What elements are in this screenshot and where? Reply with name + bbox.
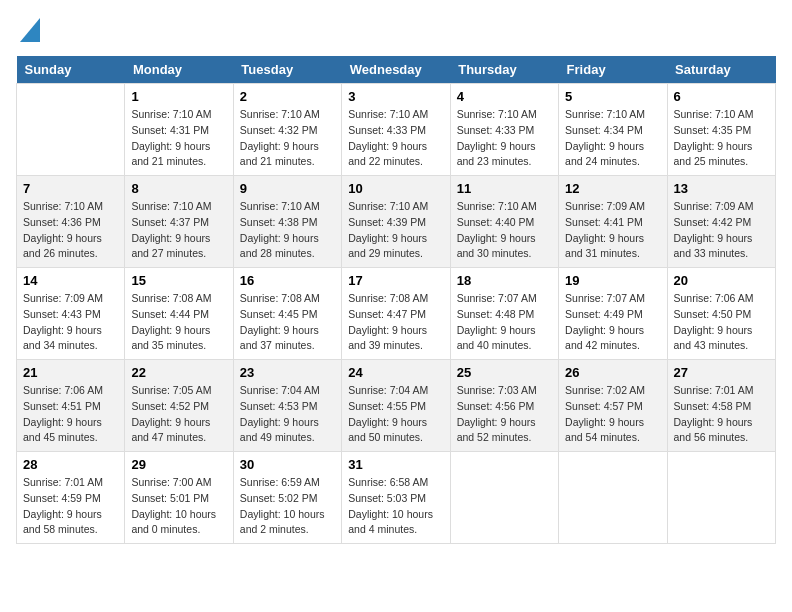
day-info: Sunrise: 7:10 AMSunset: 4:40 PMDaylight:… (457, 199, 552, 262)
day-number: 14 (23, 273, 118, 288)
calendar-cell: 7Sunrise: 7:10 AMSunset: 4:36 PMDaylight… (17, 176, 125, 268)
calendar-cell: 12Sunrise: 7:09 AMSunset: 4:41 PMDayligh… (559, 176, 667, 268)
calendar-table: SundayMondayTuesdayWednesdayThursdayFrid… (16, 56, 776, 544)
calendar-cell: 13Sunrise: 7:09 AMSunset: 4:42 PMDayligh… (667, 176, 775, 268)
day-info: Sunrise: 7:00 AMSunset: 5:01 PMDaylight:… (131, 475, 226, 538)
day-info: Sunrise: 7:04 AMSunset: 4:55 PMDaylight:… (348, 383, 443, 446)
day-number: 5 (565, 89, 660, 104)
calendar-cell: 4Sunrise: 7:10 AMSunset: 4:33 PMDaylight… (450, 84, 558, 176)
day-info: Sunrise: 7:10 AMSunset: 4:34 PMDaylight:… (565, 107, 660, 170)
day-of-week-header: Monday (125, 56, 233, 84)
logo-triangle-icon (20, 18, 40, 42)
calendar-cell: 30Sunrise: 6:59 AMSunset: 5:02 PMDayligh… (233, 452, 341, 544)
day-number: 29 (131, 457, 226, 472)
calendar-cell: 5Sunrise: 7:10 AMSunset: 4:34 PMDaylight… (559, 84, 667, 176)
calendar-cell: 28Sunrise: 7:01 AMSunset: 4:59 PMDayligh… (17, 452, 125, 544)
calendar-cell: 10Sunrise: 7:10 AMSunset: 4:39 PMDayligh… (342, 176, 450, 268)
day-info: Sunrise: 7:10 AMSunset: 4:31 PMDaylight:… (131, 107, 226, 170)
day-info: Sunrise: 7:06 AMSunset: 4:51 PMDaylight:… (23, 383, 118, 446)
day-number: 28 (23, 457, 118, 472)
calendar-cell: 8Sunrise: 7:10 AMSunset: 4:37 PMDaylight… (125, 176, 233, 268)
calendar-cell: 21Sunrise: 7:06 AMSunset: 4:51 PMDayligh… (17, 360, 125, 452)
day-of-week-header: Saturday (667, 56, 775, 84)
day-number: 27 (674, 365, 769, 380)
calendar-week-row: 1Sunrise: 7:10 AMSunset: 4:31 PMDaylight… (17, 84, 776, 176)
logo (16, 16, 40, 46)
day-of-week-header: Wednesday (342, 56, 450, 84)
day-number: 7 (23, 181, 118, 196)
day-info: Sunrise: 7:10 AMSunset: 4:33 PMDaylight:… (457, 107, 552, 170)
day-info: Sunrise: 7:10 AMSunset: 4:32 PMDaylight:… (240, 107, 335, 170)
day-info: Sunrise: 7:08 AMSunset: 4:45 PMDaylight:… (240, 291, 335, 354)
day-number: 16 (240, 273, 335, 288)
day-info: Sunrise: 7:08 AMSunset: 4:44 PMDaylight:… (131, 291, 226, 354)
day-number: 2 (240, 89, 335, 104)
day-number: 17 (348, 273, 443, 288)
calendar-cell (667, 452, 775, 544)
day-info: Sunrise: 7:05 AMSunset: 4:52 PMDaylight:… (131, 383, 226, 446)
day-info: Sunrise: 6:59 AMSunset: 5:02 PMDaylight:… (240, 475, 335, 538)
calendar-cell: 24Sunrise: 7:04 AMSunset: 4:55 PMDayligh… (342, 360, 450, 452)
calendar-cell: 25Sunrise: 7:03 AMSunset: 4:56 PMDayligh… (450, 360, 558, 452)
calendar-cell: 23Sunrise: 7:04 AMSunset: 4:53 PMDayligh… (233, 360, 341, 452)
day-number: 25 (457, 365, 552, 380)
day-number: 8 (131, 181, 226, 196)
day-of-week-header: Thursday (450, 56, 558, 84)
day-info: Sunrise: 7:10 AMSunset: 4:36 PMDaylight:… (23, 199, 118, 262)
day-number: 26 (565, 365, 660, 380)
day-of-week-header: Sunday (17, 56, 125, 84)
day-number: 3 (348, 89, 443, 104)
day-info: Sunrise: 7:04 AMSunset: 4:53 PMDaylight:… (240, 383, 335, 446)
day-info: Sunrise: 7:02 AMSunset: 4:57 PMDaylight:… (565, 383, 660, 446)
calendar-cell: 16Sunrise: 7:08 AMSunset: 4:45 PMDayligh… (233, 268, 341, 360)
calendar-cell: 15Sunrise: 7:08 AMSunset: 4:44 PMDayligh… (125, 268, 233, 360)
day-number: 21 (23, 365, 118, 380)
day-number: 22 (131, 365, 226, 380)
page-header (16, 16, 776, 46)
day-number: 15 (131, 273, 226, 288)
calendar-cell: 18Sunrise: 7:07 AMSunset: 4:48 PMDayligh… (450, 268, 558, 360)
day-number: 13 (674, 181, 769, 196)
calendar-cell (17, 84, 125, 176)
day-number: 4 (457, 89, 552, 104)
day-info: Sunrise: 7:10 AMSunset: 4:35 PMDaylight:… (674, 107, 769, 170)
calendar-cell: 1Sunrise: 7:10 AMSunset: 4:31 PMDaylight… (125, 84, 233, 176)
day-number: 20 (674, 273, 769, 288)
calendar-week-row: 28Sunrise: 7:01 AMSunset: 4:59 PMDayligh… (17, 452, 776, 544)
calendar-cell: 14Sunrise: 7:09 AMSunset: 4:43 PMDayligh… (17, 268, 125, 360)
day-info: Sunrise: 7:01 AMSunset: 4:59 PMDaylight:… (23, 475, 118, 538)
day-info: Sunrise: 7:09 AMSunset: 4:42 PMDaylight:… (674, 199, 769, 262)
day-number: 31 (348, 457, 443, 472)
day-number: 23 (240, 365, 335, 380)
day-info: Sunrise: 7:01 AMSunset: 4:58 PMDaylight:… (674, 383, 769, 446)
calendar-cell: 22Sunrise: 7:05 AMSunset: 4:52 PMDayligh… (125, 360, 233, 452)
calendar-cell (559, 452, 667, 544)
day-of-week-header: Friday (559, 56, 667, 84)
day-number: 9 (240, 181, 335, 196)
calendar-cell: 9Sunrise: 7:10 AMSunset: 4:38 PMDaylight… (233, 176, 341, 268)
calendar-cell: 20Sunrise: 7:06 AMSunset: 4:50 PMDayligh… (667, 268, 775, 360)
day-info: Sunrise: 7:06 AMSunset: 4:50 PMDaylight:… (674, 291, 769, 354)
day-number: 12 (565, 181, 660, 196)
day-info: Sunrise: 7:10 AMSunset: 4:38 PMDaylight:… (240, 199, 335, 262)
day-number: 30 (240, 457, 335, 472)
day-number: 10 (348, 181, 443, 196)
day-number: 19 (565, 273, 660, 288)
day-info: Sunrise: 7:10 AMSunset: 4:33 PMDaylight:… (348, 107, 443, 170)
calendar-cell: 19Sunrise: 7:07 AMSunset: 4:49 PMDayligh… (559, 268, 667, 360)
day-info: Sunrise: 7:03 AMSunset: 4:56 PMDaylight:… (457, 383, 552, 446)
day-info: Sunrise: 7:10 AMSunset: 4:37 PMDaylight:… (131, 199, 226, 262)
calendar-cell (450, 452, 558, 544)
calendar-cell: 29Sunrise: 7:00 AMSunset: 5:01 PMDayligh… (125, 452, 233, 544)
calendar-cell: 26Sunrise: 7:02 AMSunset: 4:57 PMDayligh… (559, 360, 667, 452)
day-number: 18 (457, 273, 552, 288)
calendar-header-row: SundayMondayTuesdayWednesdayThursdayFrid… (17, 56, 776, 84)
day-number: 1 (131, 89, 226, 104)
day-info: Sunrise: 7:09 AMSunset: 4:43 PMDaylight:… (23, 291, 118, 354)
day-info: Sunrise: 7:07 AMSunset: 4:49 PMDaylight:… (565, 291, 660, 354)
day-info: Sunrise: 7:09 AMSunset: 4:41 PMDaylight:… (565, 199, 660, 262)
calendar-cell: 2Sunrise: 7:10 AMSunset: 4:32 PMDaylight… (233, 84, 341, 176)
day-info: Sunrise: 7:08 AMSunset: 4:47 PMDaylight:… (348, 291, 443, 354)
calendar-cell: 6Sunrise: 7:10 AMSunset: 4:35 PMDaylight… (667, 84, 775, 176)
calendar-week-row: 14Sunrise: 7:09 AMSunset: 4:43 PMDayligh… (17, 268, 776, 360)
